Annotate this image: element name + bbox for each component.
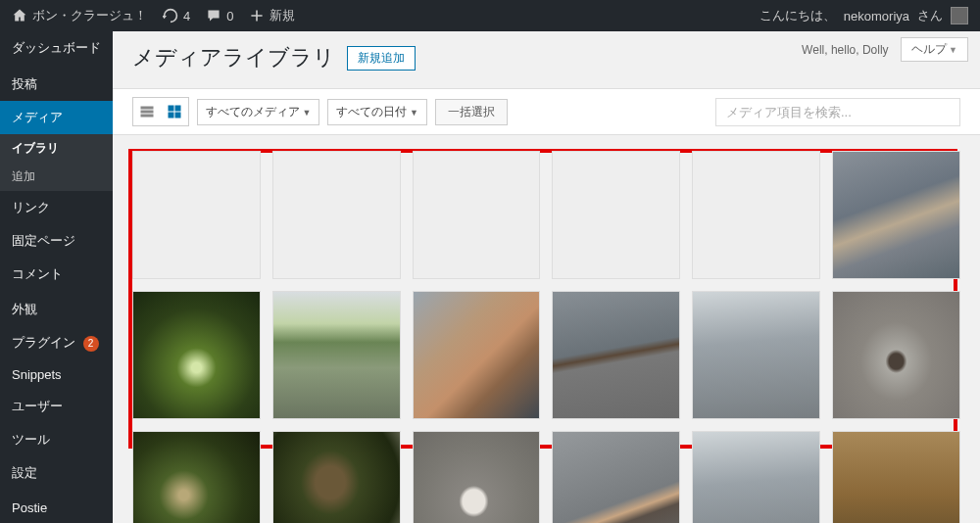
plus-icon: [249, 8, 265, 24]
main-content: Well, hello, Dolly ヘルプ メディアライブラリ 新規追加 すべ…: [113, 31, 980, 523]
search-input[interactable]: [715, 98, 960, 126]
media-item[interactable]: [692, 291, 820, 419]
sidebar: ダッシュボード 投稿 メディア イブラリ 追加 リンク 固定ページ コメント 外…: [0, 31, 113, 523]
hello-dolly: Well, hello, Dolly: [802, 43, 888, 57]
view-list-button[interactable]: [133, 98, 161, 125]
menu-pages[interactable]: 固定ページ: [0, 224, 113, 258]
username-text: nekomoriya: [844, 9, 909, 24]
menu-dashboard[interactable]: ダッシュボード: [0, 31, 113, 65]
menu-appearance[interactable]: 外観: [0, 293, 113, 326]
menu-links[interactable]: リンク: [0, 191, 113, 224]
media-item[interactable]: [692, 151, 820, 279]
site-name: ボン・クラージュ！: [32, 7, 147, 24]
media-item[interactable]: [413, 431, 541, 523]
menu-tools[interactable]: ツール: [0, 423, 113, 456]
menu-plugins[interactable]: プラグイン 2: [0, 326, 113, 359]
plugins-badge: 2: [83, 336, 99, 352]
filter-date-select[interactable]: すべての日付: [327, 99, 426, 125]
media-item[interactable]: [552, 431, 680, 523]
view-grid-button[interactable]: [161, 98, 188, 125]
svg-rect-6: [175, 113, 180, 118]
new-label: 新規: [270, 7, 295, 24]
menu-media-submenu: イブラリ 追加: [0, 134, 113, 191]
new-link[interactable]: 新規: [249, 7, 295, 24]
greeting-text: こんにちは、: [760, 7, 836, 24]
menu-postie[interactable]: Postie: [0, 493, 113, 523]
home-icon: [12, 8, 27, 24]
media-grid: 山の中のちいさな: [113, 135, 980, 523]
admin-bar-right[interactable]: こんにちは、 nekomoriya さん: [760, 7, 968, 24]
comments-link[interactable]: 0: [206, 8, 233, 24]
menu-media-add[interactable]: 追加: [0, 163, 113, 191]
media-item[interactable]: [132, 291, 261, 419]
plugins-label: プラグイン: [12, 335, 75, 350]
menu-settings[interactable]: 設定: [0, 456, 113, 490]
menu-media[interactable]: メディア: [0, 101, 113, 134]
comments-count: 0: [226, 9, 233, 24]
svg-rect-4: [175, 106, 180, 111]
svg-rect-0: [141, 107, 153, 109]
svg-rect-1: [141, 111, 153, 113]
media-item[interactable]: [832, 291, 960, 419]
filter-media-select[interactable]: すべてのメディア: [197, 99, 319, 125]
add-new-button[interactable]: 新規追加: [347, 46, 416, 71]
media-item[interactable]: [272, 151, 401, 279]
media-item[interactable]: [413, 291, 541, 419]
page-title: メディアライブラリ: [132, 43, 335, 72]
updates-count: 4: [183, 9, 190, 24]
media-item[interactable]: [132, 431, 261, 523]
media-toolbar: すべてのメディア すべての日付 一括選択: [113, 88, 980, 135]
menu-users[interactable]: ユーザー: [0, 390, 113, 423]
svg-rect-2: [141, 115, 153, 117]
media-item[interactable]: [413, 151, 541, 279]
media-item[interactable]: [552, 291, 680, 419]
comment-icon: [206, 8, 221, 24]
list-icon: [139, 104, 155, 119]
avatar: [951, 7, 968, 24]
grid-icon: [167, 104, 182, 119]
admin-bar-left: ボン・クラージュ！ 4 0 新規: [12, 7, 295, 24]
menu-posts[interactable]: 投稿: [0, 68, 113, 101]
top-right-bar: Well, hello, Dolly ヘルプ: [802, 37, 968, 62]
menu-snippets[interactable]: Snippets: [0, 359, 113, 390]
media-item[interactable]: [692, 431, 820, 523]
menu-comments[interactable]: コメント: [0, 258, 113, 291]
menu-media-library[interactable]: イブラリ: [0, 134, 113, 163]
san-text: さん: [917, 7, 943, 24]
svg-rect-3: [169, 106, 173, 111]
media-item[interactable]: [272, 431, 401, 523]
view-toggle: [132, 97, 189, 126]
media-item[interactable]: [132, 151, 261, 279]
media-item[interactable]: 山の中のちいさな: [832, 431, 960, 523]
media-item[interactable]: [272, 291, 401, 419]
media-item[interactable]: [832, 151, 960, 279]
admin-bar: ボン・クラージュ！ 4 0 新規 こんにちは、 nekomoriya さん: [0, 0, 980, 31]
updates-link[interactable]: 4: [163, 8, 190, 24]
svg-rect-5: [169, 113, 173, 118]
help-button[interactable]: ヘルプ: [901, 37, 968, 62]
media-item[interactable]: [552, 151, 680, 279]
search-box: [715, 98, 960, 126]
refresh-icon: [163, 8, 178, 24]
site-link[interactable]: ボン・クラージュ！: [12, 7, 147, 24]
bulk-select-button[interactable]: 一括選択: [435, 99, 508, 125]
